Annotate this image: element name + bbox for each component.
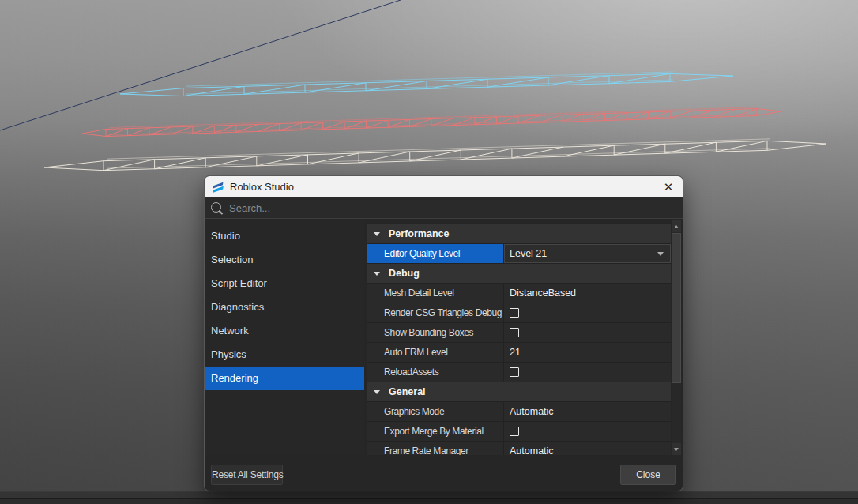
section-header-general[interactable]: General: [367, 382, 671, 402]
dropdown-value: Level 21: [510, 248, 547, 259]
search-bar[interactable]: [205, 197, 683, 219]
dialog-close-button[interactable]: ✕: [661, 180, 675, 194]
close-button[interactable]: Close: [620, 465, 676, 485]
section-label: Performance: [389, 228, 449, 239]
collapse-arrow-icon: [374, 232, 380, 236]
roblox-studio-logo-icon: [212, 181, 224, 194]
collapse-arrow-icon: [374, 272, 380, 276]
setting-label[interactable]: Auto FRM Level: [367, 343, 504, 362]
chevron-down-icon: [657, 252, 664, 256]
checkbox-unchecked[interactable]: [510, 328, 519, 337]
setting-value: Level 21: [504, 244, 671, 263]
scrollbar-thumb[interactable]: [672, 233, 681, 383]
dialog-footer: Reset All Settings Close: [205, 455, 683, 491]
setting-row-graphics-mode: Graphics ModeAutomatic: [367, 402, 671, 422]
settings-categories: StudioSelectionScript EditorDiagnosticsN…: [205, 220, 364, 455]
setting-value[interactable]: 21: [504, 343, 671, 362]
scroll-up-button[interactable]: [672, 220, 681, 232]
sidebar-item-studio[interactable]: Studio: [205, 224, 364, 248]
setting-row-frame-rate-manager: Frame Rate ManagerAutomatic: [367, 442, 671, 455]
setting-row-reloadassets: ReloadAssets: [367, 363, 671, 382]
sidebar-item-script-editor[interactable]: Script Editor: [205, 272, 364, 295]
scroll-up-icon: [674, 225, 679, 228]
sidebar-item-rendering[interactable]: Rendering: [205, 367, 364, 390]
sidebar-item-diagnostics[interactable]: Diagnostics: [205, 295, 364, 319]
dialog-title: Roblox Studio: [230, 181, 294, 193]
sidebar-item-network[interactable]: Network: [205, 319, 364, 343]
checkbox-unchecked[interactable]: [510, 367, 519, 377]
setting-row-export-merge-by-material: Export Merge By Material: [367, 422, 671, 442]
status-bar: [0, 491, 858, 504]
search-icon: [211, 202, 223, 214]
section-label: Debug: [389, 268, 420, 279]
setting-label[interactable]: Render CSG Triangles Debug: [367, 303, 504, 322]
setting-row-mesh-detail-level: Mesh Detail LevelDistanceBased: [367, 284, 671, 303]
sidebar-item-selection[interactable]: Selection: [205, 248, 364, 272]
setting-value[interactable]: Automatic: [504, 402, 671, 421]
scrollbar[interactable]: [672, 220, 681, 455]
dropdown-editor-quality-level[interactable]: Level 21: [504, 244, 671, 263]
setting-label[interactable]: Mesh Detail Level: [367, 284, 504, 303]
section-label: General: [389, 386, 426, 397]
setting-label[interactable]: Frame Rate Manager: [367, 442, 504, 455]
collapse-arrow-icon: [374, 390, 380, 394]
setting-label[interactable]: Graphics Mode: [367, 402, 504, 421]
section-header-performance[interactable]: Performance: [367, 224, 671, 244]
settings-dialog: Roblox Studio ✕ StudioSelectionScript Ed…: [204, 175, 683, 491]
search-input[interactable]: [229, 202, 545, 214]
checkbox-unchecked[interactable]: [510, 308, 519, 318]
setting-row-render-csg-triangles-debug: Render CSG Triangles Debug: [367, 303, 671, 323]
sidebar-item-physics[interactable]: Physics: [205, 343, 364, 367]
setting-label[interactable]: Show Bounding Boxes: [367, 323, 504, 342]
setting-value[interactable]: Automatic: [504, 442, 671, 455]
settings-table: PerformanceEditor Quality LevelLevel 21D…: [367, 220, 671, 455]
setting-label[interactable]: Editor Quality Level: [367, 244, 504, 263]
setting-row-show-bounding-boxes: Show Bounding Boxes: [367, 323, 671, 343]
setting-row-editor-quality-level: Editor Quality LevelLevel 21: [367, 244, 671, 264]
scroll-down-button[interactable]: [672, 443, 681, 455]
setting-value[interactable]: DistanceBased: [504, 284, 671, 303]
scroll-down-icon: [674, 448, 679, 451]
setting-value: [504, 303, 671, 322]
reset-all-settings-button[interactable]: Reset All Settings: [211, 465, 283, 485]
setting-label[interactable]: Export Merge By Material: [367, 422, 504, 441]
setting-value: [504, 323, 671, 342]
dialog-titlebar[interactable]: Roblox Studio ✕: [205, 176, 683, 197]
section-header-debug[interactable]: Debug: [367, 264, 671, 284]
setting-row-auto-frm-level: Auto FRM Level21: [367, 343, 671, 363]
checkbox-unchecked[interactable]: [510, 427, 519, 436]
setting-value: [504, 422, 671, 441]
dialog-content: StudioSelectionScript EditorDiagnosticsN…: [205, 220, 682, 455]
setting-value: [504, 363, 671, 382]
setting-label[interactable]: ReloadAssets: [367, 363, 504, 382]
